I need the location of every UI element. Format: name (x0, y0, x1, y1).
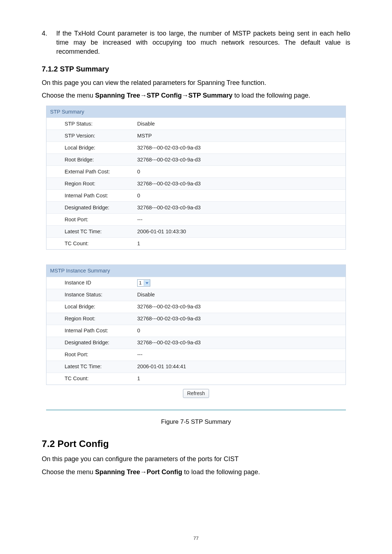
list-item-4: 4. If the TxHold Count parameter is too … (42, 29, 350, 57)
field-value: Disable (137, 120, 346, 127)
mstp-instance-title: MSTP Instance Summary (46, 265, 346, 276)
page-number: 77 (0, 535, 392, 541)
field-value: 0 (137, 327, 346, 334)
list-number: 4. (42, 29, 56, 57)
nav-path-bold: Spanning Tree→STP Config→STP Summary (95, 92, 232, 99)
nav-text-post: to load the following page. (182, 468, 260, 476)
instance-id-select[interactable]: 1 (137, 279, 150, 287)
field-value: 32768---00-02-03-c0-9a-d3 (137, 144, 346, 151)
nav-text-pre: Choose the menu (42, 468, 95, 476)
field-label: Latest TC Time: (46, 228, 137, 235)
divider (46, 410, 346, 410)
field-label: Latest TC Time: (46, 363, 137, 370)
field-value: 32768---00-02-03-c0-9a-d3 (137, 180, 346, 187)
field-value: 32768---00-02-03-c0-9a-d3 (137, 339, 346, 346)
field-label: STP Status: (46, 120, 137, 127)
field-label: Local Bridge: (46, 303, 137, 310)
instance-id-label: Instance ID (46, 279, 137, 286)
field-label: Root Bridge: (46, 156, 137, 163)
field-value: 32768---00-02-03-c0-9a-d3 (137, 156, 346, 163)
field-value: 0 (137, 168, 346, 175)
field-label: STP Version: (46, 132, 137, 139)
field-label: Root Port: (46, 351, 137, 358)
mstp-instance-panel: MSTP Instance Summary Instance ID 1 Inst… (46, 264, 346, 385)
heading-7-1-2: 7.1.2 STP Summary (42, 64, 350, 74)
paragraph-intro: On this page you can view the related pa… (42, 78, 350, 87)
nav-path-bold: Spanning Tree→Port Config (95, 468, 182, 476)
field-value: 2006-01-01 10:43:30 (137, 228, 346, 235)
heading-7-2: 7.2 Port Config (42, 437, 350, 450)
field-value: --- (137, 216, 346, 223)
field-label: Internal Path Cost: (46, 192, 137, 199)
field-value: 32768---00-02-03-c0-9a-d3 (137, 303, 346, 310)
field-label: External Path Cost: (46, 168, 137, 175)
field-value: 1 (137, 375, 346, 382)
field-value: 1 (137, 240, 346, 247)
field-label: Local Bridge: (46, 144, 137, 151)
nav-text-pre: Choose the menu (42, 92, 95, 99)
paragraph-nav: Choose the menu Spanning Tree→STP Config… (42, 91, 350, 100)
field-label: Instance Status: (46, 291, 137, 298)
nav-text-post: to load the following page. (233, 92, 310, 99)
field-label: Designated Bridge: (46, 339, 137, 346)
field-label: Region Root: (46, 180, 137, 187)
field-value: MSTP (137, 132, 346, 139)
field-value: 32768---00-02-03-c0-9a-d3 (137, 315, 346, 322)
figure-caption: Figure 7-5 STP Summary (42, 418, 350, 426)
stp-summary-panel: STP Summary STP Status:Disable STP Versi… (46, 106, 346, 250)
field-label: Designated Bridge: (46, 204, 137, 211)
field-value: 32768---00-02-03-c0-9a-d3 (137, 204, 346, 211)
field-label: Internal Path Cost: (46, 327, 137, 334)
field-label: Region Root: (46, 315, 137, 322)
field-value: --- (137, 351, 346, 358)
paragraph-port-intro: On this page you can configure the param… (42, 455, 350, 464)
field-label: TC Count: (46, 375, 137, 382)
field-label: Root Port: (46, 216, 137, 223)
chevron-down-icon (144, 280, 150, 286)
field-value: Disable (137, 291, 346, 298)
instance-id-value: 1 (138, 280, 144, 286)
field-label: TC Count: (46, 240, 137, 247)
field-value: 2006-01-01 10:44:41 (137, 363, 346, 370)
list-text: If the TxHold Count parameter is too lar… (56, 29, 350, 57)
paragraph-port-nav: Choose the menu Spanning Tree→Port Confi… (42, 468, 350, 477)
refresh-button[interactable]: Refresh (183, 389, 209, 398)
stp-summary-title: STP Summary (46, 106, 346, 118)
field-value: 0 (137, 192, 346, 199)
